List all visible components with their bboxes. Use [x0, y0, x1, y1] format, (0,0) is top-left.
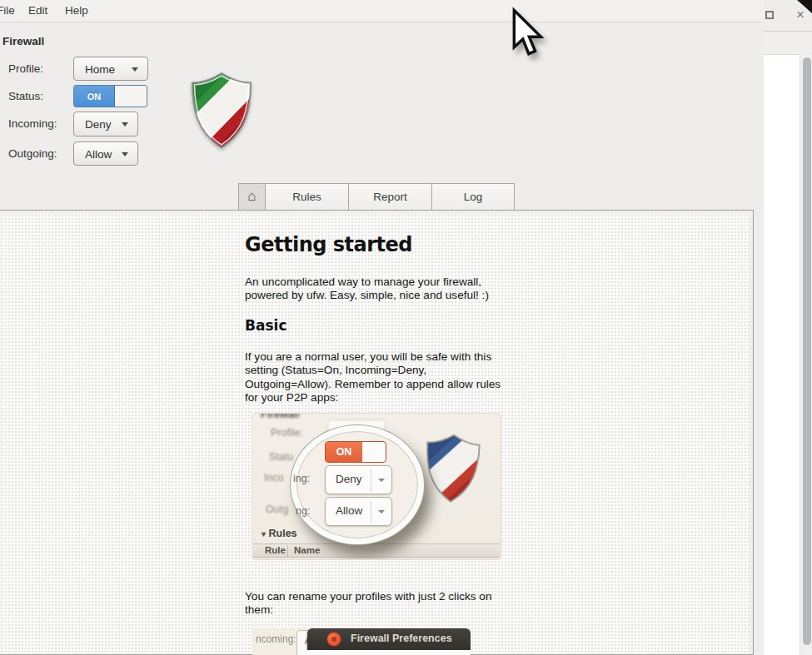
profile-label: Profile: — [8, 62, 43, 75]
help-basic-heading: Basic — [245, 317, 286, 334]
shot2-preferences-dialog: Firewall Preferences — [307, 628, 471, 655]
menubar: File Edit Help — [0, 0, 764, 22]
help-rename-text: You can rename your profiles with just 2… — [245, 590, 507, 618]
incoming-dropdown-value: Deny — [85, 118, 112, 131]
outgoing-label: Outgoing: — [8, 147, 57, 160]
shot2-incoming-label: ncoming: — [256, 633, 296, 645]
outgoing-dropdown-value: Allow — [85, 147, 112, 160]
help-screenshot-basic-settings: Firewall Profile: Statu Inco Outg ▾ Rule… — [252, 414, 501, 559]
status-toggle-on-segment: ON — [74, 86, 115, 107]
help-screenshot-preferences: ncoming: A Firewall Preferences — [252, 628, 471, 655]
dropdown-separator — [371, 469, 371, 492]
tab-rules[interactable]: Rules — [265, 183, 349, 210]
incoming-label: Incoming: — [8, 117, 57, 130]
help-basic-text: If you are a normal user, you will be sa… — [245, 350, 507, 404]
status-label: Status: — [8, 90, 43, 102]
triangle-down-icon: ▾ — [262, 529, 266, 538]
chevron-down-icon — [378, 510, 385, 514]
menu-file[interactable]: File — [0, 0, 20, 22]
chevron-down-icon — [122, 122, 128, 127]
shot1-firewall-label: Firewall — [261, 414, 300, 420]
chevron-down-icon — [378, 479, 385, 482]
shot1-outgoing-label-left: Outg — [266, 504, 288, 515]
menu-edit[interactable]: Edit — [23, 0, 52, 22]
profile-dropdown-value: Home — [85, 62, 115, 75]
home-icon: ⌂ — [247, 188, 256, 204]
help-intro-text: An uncomplicated way to manage your fire… — [245, 275, 507, 303]
shot1-status-label: Statu — [269, 451, 293, 463]
shot1-status-toggle: ON — [325, 441, 386, 463]
tab-report[interactable]: Report — [348, 183, 432, 210]
shot1-incoming-label-right: ing: — [293, 473, 310, 484]
chevron-down-icon — [122, 152, 128, 156]
status-toggle[interactable]: ON — [73, 85, 147, 107]
scrollbar-track[interactable] — [800, 54, 812, 655]
background-window-content — [764, 54, 800, 655]
shot2-dialog-title: Firewall Preferences — [351, 633, 452, 644]
profile-dropdown[interactable]: Home — [73, 57, 148, 81]
shot1-profile-label: Profile: — [271, 427, 303, 439]
shot1-allow-dropdown: Allow — [325, 497, 392, 526]
column-separator — [287, 545, 288, 557]
chevron-down-icon — [132, 67, 138, 72]
shot2-dialog-body — [307, 650, 471, 655]
shot1-col-rule: Rule — [265, 545, 286, 555]
shot1-shield-icon — [422, 432, 482, 504]
close-icon — [327, 633, 341, 646]
maximize-icon[interactable] — [765, 11, 774, 19]
firewall-section-title: Firewall — [2, 35, 44, 47]
shot1-rules-table-header: Rule Name — [253, 543, 500, 558]
scrollbar-thumb[interactable] — [803, 57, 811, 645]
incoming-dropdown[interactable]: Deny — [73, 112, 138, 136]
menu-help[interactable]: Help — [60, 0, 93, 22]
gufw-window: File Edit Help Firewall Profile: Home St… — [0, 0, 764, 655]
outgoing-dropdown[interactable]: Allow — [73, 141, 138, 166]
shot1-incoming-label-left: Inco — [264, 472, 284, 484]
shot1-deny-dropdown: Deny — [325, 465, 392, 494]
shot1-status-toggle-on-segment: ON — [326, 442, 362, 462]
screen-corner — [795, 0, 812, 13]
tab-home[interactable]: ⌂ — [238, 183, 266, 210]
dropdown-separator — [371, 501, 371, 524]
shot1-col-name: Name — [294, 545, 320, 555]
help-title: Getting started — [245, 233, 412, 256]
shot2-dialog-titlebar: Firewall Preferences — [307, 628, 471, 650]
tab-log[interactable]: Log — [431, 183, 515, 210]
shot1-outgoing-label-right: ng: — [296, 505, 310, 517]
shot1-rules-label: ▾ Rules — [262, 528, 297, 539]
firewall-shield-icon — [190, 72, 253, 150]
background-window: × — [764, 0, 812, 655]
